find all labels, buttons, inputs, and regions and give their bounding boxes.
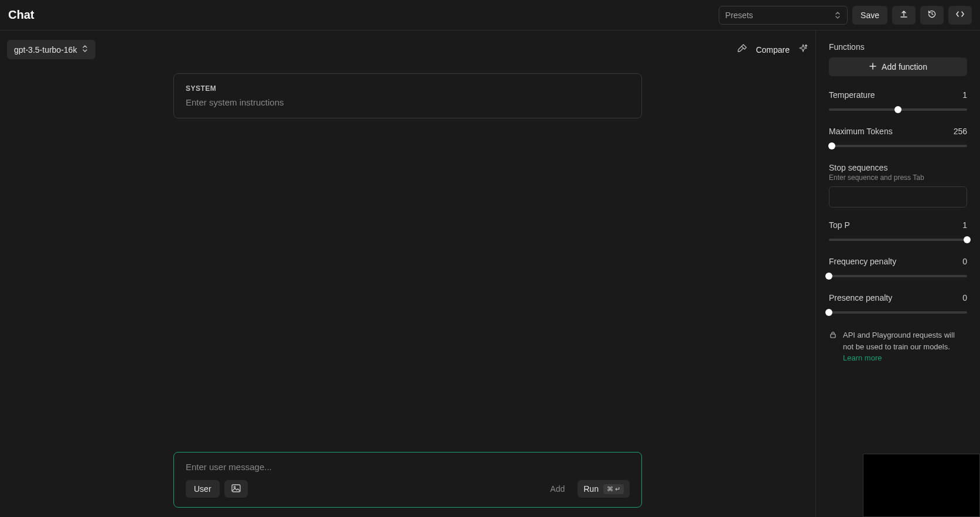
user-input[interactable] [186, 462, 630, 472]
chat-area: gpt-3.5-turbo-16k Compare SYSTEM [0, 30, 816, 517]
presets-select[interactable]: Presets [719, 6, 848, 25]
pres-penalty-slider[interactable] [829, 308, 967, 317]
history-button[interactable] [920, 6, 944, 25]
temperature-value: 1 [962, 90, 967, 100]
run-shortcut: ⌘ ↵ [603, 484, 624, 494]
plus-icon [869, 62, 877, 72]
run-label: Run [583, 484, 599, 494]
add-function-label: Add function [882, 62, 927, 72]
presets-placeholder: Presets [725, 11, 753, 20]
add-function-button[interactable]: Add function [829, 57, 967, 76]
stop-seq-input[interactable] [829, 186, 967, 208]
sparkle-icon[interactable] [798, 43, 808, 56]
top-p-value: 1 [962, 220, 967, 230]
broom-icon[interactable] [737, 43, 747, 56]
system-label: SYSTEM [186, 84, 630, 93]
upload-icon [899, 9, 909, 21]
history-icon [927, 9, 937, 21]
add-message-button[interactable]: Add [542, 480, 573, 498]
pres-penalty-value: 0 [962, 293, 967, 302]
system-input[interactable] [186, 97, 630, 107]
stop-seq-hint: Enter sequence and press Tab [829, 174, 967, 182]
max-tokens-slider[interactable] [829, 142, 967, 150]
learn-more-link[interactable]: Learn more [843, 353, 882, 362]
svg-rect-2 [831, 334, 835, 338]
svg-rect-0 [232, 485, 240, 492]
top-p-label: Top P [829, 220, 850, 230]
temperature-label: Temperature [829, 90, 875, 100]
code-icon [955, 9, 965, 21]
pres-penalty-label: Presence penalty [829, 293, 892, 302]
system-box: SYSTEM [173, 73, 642, 118]
svg-point-1 [234, 486, 235, 488]
chevron-updown-icon [81, 45, 88, 55]
compare-button[interactable]: Compare [756, 45, 790, 55]
max-tokens-label: Maximum Tokens [829, 127, 893, 136]
functions-label: Functions [829, 42, 967, 52]
top-p-slider[interactable] [829, 236, 967, 244]
freq-penalty-label: Frequency penalty [829, 257, 896, 266]
image-icon [231, 483, 241, 495]
code-button[interactable] [948, 6, 972, 25]
privacy-notice: API and Playground requests will not be … [829, 329, 967, 364]
role-user-button[interactable]: User [186, 480, 220, 498]
model-selector[interactable]: gpt-3.5-turbo-16k [7, 40, 95, 59]
chevron-updown-icon [834, 11, 841, 19]
overlay-box [863, 454, 980, 517]
page-title: Chat [8, 8, 34, 22]
freq-penalty-value: 0 [962, 257, 967, 266]
temperature-slider[interactable] [829, 106, 967, 114]
model-name: gpt-3.5-turbo-16k [14, 45, 77, 55]
lock-icon [829, 331, 837, 364]
upload-button[interactable] [892, 6, 916, 25]
run-button[interactable]: Run ⌘ ↵ [578, 480, 630, 498]
notice-text: API and Playground requests will not be … [843, 331, 955, 351]
stop-seq-label: Stop sequences [829, 163, 967, 172]
attach-image-button[interactable] [224, 480, 248, 498]
parameters-sidebar: Functions Add function Temperature 1 Max… [816, 30, 980, 517]
save-button[interactable]: Save [852, 6, 887, 25]
max-tokens-value: 256 [954, 127, 967, 136]
header: Chat Presets Save [0, 0, 980, 30]
user-message-box: User Add Run ⌘ ↵ [173, 452, 642, 508]
freq-penalty-slider[interactable] [829, 272, 967, 280]
